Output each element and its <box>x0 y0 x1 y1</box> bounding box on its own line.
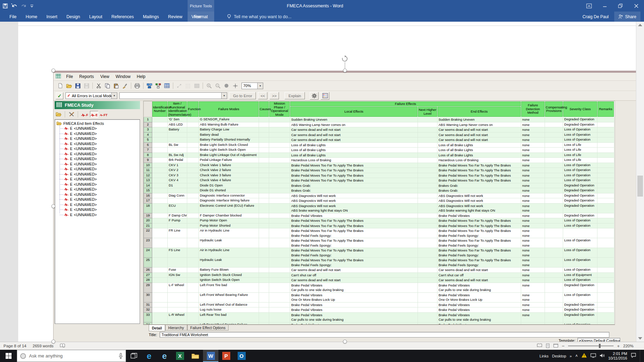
bottom-tab-detail[interactable]: Detail <box>149 325 165 331</box>
folder-icon[interactable] <box>55 111 62 118</box>
microphone-icon[interactable] <box>119 353 123 359</box>
worksheet-row[interactable]: 24FS LineAir in Hydraulic LineBrake Peda… <box>144 248 614 258</box>
settings-gear-icon[interactable] <box>310 92 318 100</box>
worksheet-title-field[interactable]: Traditional FMEA Worksheet <box>160 332 609 338</box>
tab-mailings[interactable]: Mailings <box>138 12 163 22</box>
link-nodes-icon[interactable] <box>175 82 183 90</box>
worksheet-row[interactable]: 14D1Diode D1 OpenBrakes Grab:Brakes Grab… <box>144 183 614 188</box>
wave-button-e[interactable]: E <box>90 111 98 118</box>
save-file-icon[interactable] <box>74 82 82 90</box>
paste-icon[interactable] <box>112 82 120 90</box>
zoom-percent[interactable]: 220% <box>623 344 634 348</box>
taskbar-app-file-explorer[interactable] <box>188 350 203 362</box>
worksheet-row[interactable]: 8BL Sw AdjBrake Light Linkage Out of Adj… <box>144 152 614 158</box>
tree-item-unnamed[interactable]: E<UNNAMED> <box>59 146 140 151</box>
dropdown-arrow-icon[interactable]: ▾ <box>221 93 227 99</box>
fmeca-menu-window[interactable]: Window <box>112 73 134 80</box>
dropdown-arrow-icon[interactable]: ▾ <box>257 83 263 89</box>
worksheet-row[interactable]: 17Diagnostic Interface Wiring failureABS… <box>144 198 614 204</box>
table-view-icon[interactable] <box>163 82 171 90</box>
prev-error-button[interactable]: << <box>258 92 267 99</box>
worksheet-row[interactable]: 7Brake Light Switch Stuck OpenLoss of al… <box>144 148 614 153</box>
resize-handle-top-left[interactable] <box>51 69 55 72</box>
resize-handle-top-center[interactable] <box>343 69 347 72</box>
worksheet-row[interactable]: 29L-F WheelLeft Front Tire badBrake Peda… <box>144 283 614 292</box>
worksheet-row[interactable]: 20F PumpPump Motor OpenBrake Pedal Moves… <box>144 218 614 223</box>
next-error-button[interactable]: >> <box>270 92 279 99</box>
wave-button-ft[interactable]: FT <box>99 111 108 118</box>
worksheet-row[interactable]: 31Left Front Wheel Out of BalanceBrake P… <box>144 302 614 307</box>
tab-format[interactable]: Format <box>188 12 214 22</box>
check-model-button[interactable]: ✓ <box>56 92 63 99</box>
worksheet-row[interactable]: 15Diode D1 shortedBrakes Grab:Brakes Gra… <box>144 188 614 193</box>
center-crosshair-icon[interactable] <box>231 82 239 90</box>
fmeca-menu-reports[interactable]: Reports <box>76 73 97 80</box>
fmeca-worksheet[interactable]: Identification Number Item / Functional … <box>143 101 615 325</box>
worksheet-row[interactable]: 19F Damp ChmbrF Damper Chamber blockedBr… <box>144 213 614 218</box>
worksheet-row[interactable]: 3BatteryBattery Charge LowCar seems dead… <box>144 127 614 133</box>
tree-view-icon[interactable] <box>154 82 162 90</box>
worksheet-row[interactable]: 34Left Rear Wheel Bearing FailureBrake P… <box>144 322 614 325</box>
tree-item-unnamed[interactable]: E<UNNAMED> <box>59 207 140 212</box>
tree-item-unnamed[interactable]: E<UNNAMED> <box>59 136 140 141</box>
save-icon[interactable] <box>3 3 8 8</box>
customize-qat-icon[interactable] <box>30 4 34 8</box>
embedded-fmeca-picture[interactable]: FileReportsViewWindowHelp <box>53 71 636 342</box>
print-layout-icon[interactable] <box>546 343 550 349</box>
fit-circle-icon[interactable] <box>223 82 230 90</box>
taskbar-app-edge[interactable]: e <box>141 350 157 362</box>
zoom-out-control[interactable]: − <box>562 343 565 349</box>
show-desktop-button[interactable] <box>640 350 642 362</box>
zoom-slider[interactable] <box>568 346 614 346</box>
fmeca-menu-help[interactable]: Help <box>134 73 149 80</box>
go-to-error-button[interactable]: Go to Error <box>229 92 256 99</box>
tree-item-unnamed[interactable]: E<UNNAMED> <box>59 151 140 157</box>
tree-item-unnamed[interactable]: E<UNNAMED> <box>59 126 140 131</box>
scroll-down-icon[interactable] <box>638 337 642 340</box>
cut-icon[interactable] <box>95 82 103 90</box>
tree-item-unnamed[interactable]: E<UNNAMED> <box>59 212 140 218</box>
links-toolbar[interactable]: Links <box>540 354 549 358</box>
worksheet-row[interactable]: 32Lug nuts looseBrake Pedal VibratesBrak… <box>144 307 614 313</box>
error-list-combobox[interactable]: ▾ <box>119 92 227 99</box>
tree-item-unnamed[interactable]: E<UNNAMED> <box>59 187 140 192</box>
minimize-button[interactable] <box>597 0 612 12</box>
zoom-in-control[interactable]: + <box>617 343 620 349</box>
worksheet-row[interactable]: 27IGN SwIgnition Switch Stuck ClosedCan'… <box>144 272 614 278</box>
worksheet-row[interactable]: 30Left Front Wheel Bearing FailureBrake … <box>144 292 614 302</box>
worksheet-row[interactable]: 10CKV 1Check Valve 1 failureBrake Pedal … <box>144 163 614 168</box>
tree-item-unnamed[interactable]: E<UNNAMED> <box>59 166 140 172</box>
worksheet-row[interactable]: 5Battery Partially Shorted InternallyCar… <box>144 137 614 143</box>
worksheet-row[interactable]: 13CKV 4Check Valve 4 failureBrake Pedal … <box>144 178 614 183</box>
format-brush-icon[interactable] <box>121 82 129 90</box>
web-layout-icon[interactable] <box>553 343 558 348</box>
tree-item-unnamed[interactable]: E<UNNAMED> <box>59 177 140 182</box>
copy-icon[interactable] <box>104 82 111 90</box>
scrollbar-thumb[interactable] <box>637 176 643 197</box>
resize-handle-bottom-left[interactable] <box>51 340 55 343</box>
tree-item-unnamed[interactable]: E<UNNAMED> <box>59 156 140 162</box>
tree-item-unnamed[interactable]: E<UNNAMED> <box>59 192 140 197</box>
worksheet-row[interactable]: 23Hydraulic LeakBrake Pedal Moves Too Fa… <box>144 238 614 248</box>
resize-handle-bottom-center[interactable] <box>343 340 347 343</box>
legend-list-icon[interactable] <box>321 92 329 100</box>
action-center-icon[interactable] <box>631 353 636 359</box>
taskbar-app-internet-explorer[interactable]: e <box>157 350 172 362</box>
worksheet-row[interactable]: 18ECUElectronic Control Unit (ECU) Failu… <box>144 203 614 213</box>
worksheet-row[interactable]: 6BL SwBrake Light Switch Stuck ClosedLos… <box>144 142 614 148</box>
dot-grid-icon[interactable] <box>184 82 192 90</box>
tab-layout[interactable]: Layout <box>85 12 107 22</box>
tree-item-unnamed[interactable]: E<UNNAMED> <box>59 172 140 177</box>
proofing-icon[interactable] <box>60 343 65 349</box>
taskbar-app-task-view[interactable] <box>126 350 141 362</box>
ribbon-display-options-icon[interactable] <box>581 0 597 12</box>
bottom-tab-failure-effect-options[interactable]: Failure Effect Options <box>187 325 229 331</box>
zoom-in-icon[interactable] <box>205 82 213 90</box>
tree-item-unnamed[interactable]: E<UNNAMED> <box>59 131 140 136</box>
worksheet-row[interactable]: 12CKV 3Check Valve 3 failureBrake Pedal … <box>144 173 614 178</box>
worksheet-row[interactable]: 33L-R WheelLeft Rear Tire badBrake Pedal… <box>144 312 614 322</box>
tab-references[interactable]: References <box>107 12 138 22</box>
wave-button-f[interactable]: F <box>80 111 89 118</box>
tree-item-unnamed[interactable]: E<UNNAMED> <box>59 202 140 207</box>
zoom-out-icon[interactable] <box>214 82 222 90</box>
